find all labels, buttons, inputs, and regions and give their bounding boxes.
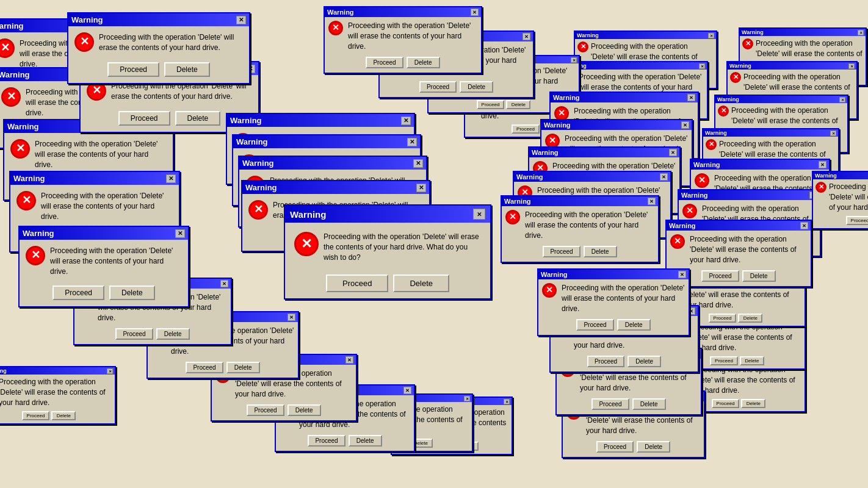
warning-dialog-50[interactable]: Warning ✕ ✕ Proceeding with the operatio… bbox=[0, 366, 116, 425]
close-button-24[interactable]: ✕ bbox=[699, 63, 705, 69]
proceed-button-46[interactable]: Proceed bbox=[366, 57, 403, 68]
delete-button-11[interactable]: Delete bbox=[156, 328, 190, 340]
delete-button-47[interactable]: Delete bbox=[460, 81, 493, 93]
warning-dialog-main[interactable]: Warning ✕ ✕ Proceeding with the operatio… bbox=[284, 204, 491, 300]
proceed-button-6[interactable]: Proceed bbox=[52, 285, 104, 300]
close-button-28[interactable]: ✕ bbox=[819, 161, 826, 168]
close-button-2[interactable]: ✕ bbox=[416, 184, 426, 192]
proceed-button-42[interactable]: Proceed bbox=[710, 356, 738, 365]
dialog-buttons-main: Proceed Delete bbox=[285, 271, 490, 298]
close-button-50[interactable]: ✕ bbox=[107, 368, 113, 374]
dialog-titlebar-30: Warning ✕ bbox=[715, 96, 847, 103]
proceed-button-14[interactable]: Proceed bbox=[308, 435, 345, 447]
close-button-47[interactable]: ✕ bbox=[523, 33, 530, 40]
close-button-46[interactable]: ✕ bbox=[471, 9, 479, 16]
warning-dialog-17[interactable]: Warning ✕ ✕ Proceeding with the operatio… bbox=[67, 12, 250, 84]
delete-button-14[interactable]: Delete bbox=[349, 435, 382, 447]
dialog-titlebar-19: Warning ✕ bbox=[502, 196, 658, 206]
proceed-button-33[interactable]: Proceed bbox=[846, 216, 868, 225]
close-button-22[interactable]: ✕ bbox=[681, 121, 689, 129]
warning-dialog-19[interactable]: Warning ✕ ✕ Proceeding with the operatio… bbox=[501, 195, 659, 263]
delete-button-38[interactable]: Delete bbox=[632, 398, 666, 410]
proceed-button-37[interactable]: Proceed bbox=[587, 356, 624, 367]
delete-button-48[interactable]: Delete bbox=[506, 100, 530, 109]
dialog-title-4: Warning bbox=[236, 137, 268, 146]
dialog-title-30: Warning bbox=[717, 96, 739, 102]
delete-button-41[interactable]: Delete bbox=[738, 314, 762, 323]
proceed-button-main[interactable]: Proceed bbox=[326, 274, 388, 292]
proceed-button-50[interactable]: Proceed bbox=[22, 411, 50, 420]
close-button-15[interactable]: ✕ bbox=[464, 396, 470, 401]
dialog-title-32: Warning bbox=[742, 29, 764, 35]
proceed-button-38[interactable]: Proceed bbox=[591, 398, 629, 410]
close-button-31[interactable]: ✕ bbox=[848, 63, 855, 69]
close-button-29[interactable]: ✕ bbox=[830, 131, 836, 136]
close-button-11[interactable]: ✕ bbox=[220, 280, 228, 287]
error-icon-18: ✕ bbox=[87, 81, 106, 101]
proceed-button-13[interactable]: Proceed bbox=[247, 404, 284, 416]
delete-button-37[interactable]: Delete bbox=[627, 356, 661, 367]
proceed-button-26[interactable]: Proceed bbox=[701, 270, 739, 282]
close-button-16[interactable]: ✕ bbox=[504, 399, 510, 404]
proceed-button-39[interactable]: Proceed bbox=[596, 441, 634, 453]
proceed-button-47[interactable]: Proceed bbox=[419, 81, 457, 93]
proceed-button-12[interactable]: Proceed bbox=[186, 362, 223, 373]
proceed-button-17[interactable]: Proceed bbox=[107, 62, 159, 77]
delete-button-42[interactable]: Delete bbox=[740, 356, 764, 365]
delete-button-main[interactable]: Delete bbox=[393, 274, 449, 292]
delete-button-17[interactable]: Delete bbox=[164, 62, 210, 77]
dialog-title-19: Warning bbox=[504, 198, 531, 205]
close-button-12[interactable]: ✕ bbox=[288, 314, 295, 321]
close-button-21[interactable]: ✕ bbox=[669, 149, 677, 156]
close-button-19[interactable]: ✕ bbox=[648, 198, 656, 205]
delete-button-43[interactable]: Delete bbox=[741, 399, 765, 408]
close-button-6[interactable]: ✕ bbox=[175, 229, 185, 238]
proceed-button-49[interactable]: Proceed bbox=[512, 124, 540, 134]
close-button-7[interactable]: ✕ bbox=[166, 174, 176, 183]
close-button-30[interactable]: ✕ bbox=[839, 97, 845, 102]
proceed-button-36[interactable]: Proceed bbox=[576, 319, 613, 331]
delete-button-50[interactable]: Delete bbox=[51, 411, 76, 420]
close-button-20[interactable]: ✕ bbox=[660, 173, 668, 181]
close-button-23[interactable]: ✕ bbox=[687, 94, 695, 101]
close-button-26[interactable]: ✕ bbox=[800, 222, 808, 229]
dialog-titlebar-6: Warning ✕ bbox=[20, 227, 188, 240]
warning-dialog-33[interactable]: Warning ✕ ✕ Proceeding with the operatio… bbox=[812, 171, 868, 229]
delete-button-36[interactable]: Delete bbox=[617, 319, 651, 331]
close-button-48[interactable]: ✕ bbox=[571, 57, 577, 63]
error-icon-8: ✕ bbox=[10, 139, 30, 159]
proceed-button-48[interactable]: Proceed bbox=[477, 100, 505, 109]
close-button-14[interactable]: ✕ bbox=[403, 387, 411, 394]
dialog-title-33: Warning bbox=[815, 173, 837, 179]
proceed-button-41[interactable]: Proceed bbox=[709, 314, 737, 323]
proceed-button-19[interactable]: Proceed bbox=[543, 246, 580, 257]
close-button-3[interactable]: ✕ bbox=[413, 159, 423, 168]
error-icon-27: ✕ bbox=[682, 204, 697, 218]
proceed-button-43[interactable]: Proceed bbox=[712, 399, 740, 408]
close-button-32[interactable]: ✕ bbox=[858, 30, 864, 35]
close-button-17[interactable]: ✕ bbox=[236, 16, 246, 24]
proceed-button-11[interactable]: Proceed bbox=[115, 328, 153, 340]
close-button-25[interactable]: ✕ bbox=[708, 33, 714, 38]
delete-button-26[interactable]: Delete bbox=[742, 270, 776, 282]
delete-button-39[interactable]: Delete bbox=[637, 441, 670, 453]
close-button-36[interactable]: ✕ bbox=[678, 271, 686, 278]
dialog-buttons-47: Proceed Delete bbox=[380, 79, 533, 97]
dialog-titlebar-50: Warning ✕ bbox=[0, 367, 115, 375]
delete-button-13[interactable]: Delete bbox=[288, 404, 321, 416]
warning-dialog-46[interactable]: Warning ✕ ✕ Proceeding with the operatio… bbox=[324, 6, 482, 74]
delete-button-46[interactable]: Delete bbox=[407, 57, 440, 68]
close-button-5[interactable]: ✕ bbox=[401, 117, 411, 125]
delete-button-6[interactable]: Delete bbox=[109, 285, 155, 300]
proceed-button-18[interactable]: Proceed bbox=[118, 111, 170, 126]
delete-button-18[interactable]: Delete bbox=[175, 111, 221, 126]
dialog-titlebar-4: Warning ✕ bbox=[233, 135, 420, 148]
close-button-main[interactable]: ✕ bbox=[473, 209, 485, 220]
warning-dialog-6[interactable]: Warning ✕ ✕ Proceeding with the operatio… bbox=[18, 226, 189, 307]
close-button-4[interactable]: ✕ bbox=[407, 138, 417, 146]
close-button-13[interactable]: ✕ bbox=[345, 356, 353, 364]
dialog-title-5: Warning bbox=[230, 116, 262, 125]
delete-button-19[interactable]: Delete bbox=[584, 246, 617, 257]
delete-button-12[interactable]: Delete bbox=[226, 362, 260, 373]
warning-dialog-36[interactable]: Warning ✕ ✕ Proceeding with the operatio… bbox=[537, 268, 690, 336]
